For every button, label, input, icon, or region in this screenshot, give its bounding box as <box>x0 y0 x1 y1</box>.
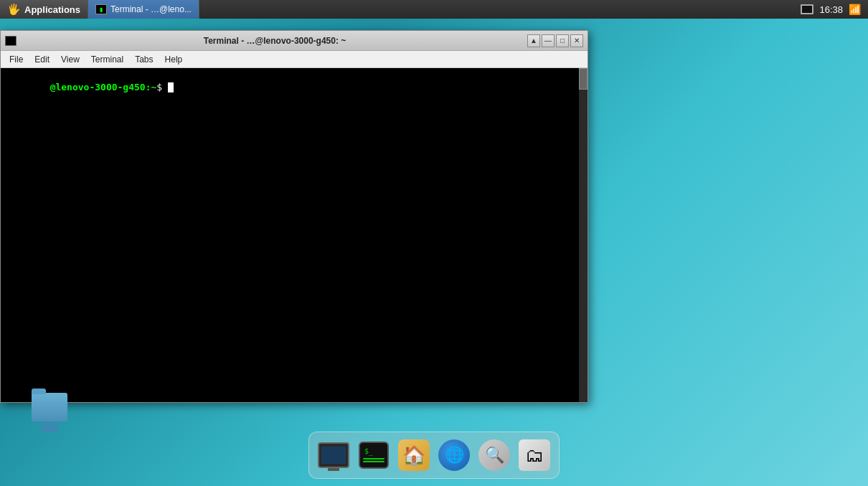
terminal-window-icon <box>5 36 16 46</box>
globe-icon: 🌐 <box>438 439 470 471</box>
titlebar-minimize-button[interactable]: — <box>542 34 555 47</box>
titlebar-raise-button[interactable]: ▲ <box>527 34 540 47</box>
dock-item-browser[interactable]: 🌐 <box>435 437 473 474</box>
prompt-path: :~ <box>146 82 157 92</box>
home-icon: 🏠 <box>398 439 430 471</box>
term-line-1 <box>363 458 385 459</box>
applications-menu-button[interactable]: 🖐 Applications <box>0 0 88 19</box>
terminal-output: @lenovo-3000-g450:~$ <box>1 68 579 402</box>
menu-terminal[interactable]: Terminal <box>85 53 129 66</box>
taskbar-right: 16:38 📶 <box>793 0 868 19</box>
titlebar-buttons: ▲ — □ ✕ <box>527 34 583 47</box>
menu-tabs[interactable]: Tabs <box>129 53 159 66</box>
terminal-titlebar: Terminal - …@lenovo-3000-g450: ~ ▲ — □ ✕ <box>1 31 588 51</box>
monitor-screen <box>321 447 346 464</box>
monitor-icon <box>318 442 349 468</box>
dock-item-terminal[interactable]: $_ <box>355 437 392 474</box>
time-display: 16:38 <box>819 4 843 15</box>
menu-edit[interactable]: Edit <box>29 53 55 66</box>
files-icon: 🗂 <box>519 439 550 471</box>
taskbar: 🖐 Applications ▮ Terminal - …@leno... 16… <box>0 0 868 19</box>
folder-label <box>41 423 59 432</box>
dock-item-home[interactable]: 🏠 <box>395 437 433 474</box>
dock-item-monitor[interactable] <box>315 437 352 474</box>
dock: $_ 🏠 🌐 🔍 🗂 <box>308 432 560 479</box>
dock-item-files[interactable]: 🗂 <box>516 437 553 474</box>
terminal-tab-label: Terminal - …@leno... <box>110 4 192 14</box>
scrollbar-thumb[interactable] <box>579 68 588 90</box>
terminal-taskbar-icon: ▮ <box>95 4 107 14</box>
terminal-taskbar-button[interactable]: ▮ Terminal - …@leno... <box>88 0 199 19</box>
house-icon: 🏠 <box>402 444 425 467</box>
terminal-prompt-icon: $_ <box>363 446 385 457</box>
display-icon <box>801 4 813 14</box>
menu-view[interactable]: View <box>55 53 85 66</box>
menu-help[interactable]: Help <box>159 53 189 66</box>
applications-label: Applications <box>24 4 80 15</box>
wifi-icon: 📶 <box>849 4 861 15</box>
term-line-2 <box>363 461 385 462</box>
search-magnifier-icon: 🔍 <box>478 439 510 471</box>
dock-item-search[interactable]: 🔍 <box>476 437 513 474</box>
titlebar-maximize-button[interactable]: □ <box>556 34 569 47</box>
terminal-cursor <box>168 82 174 92</box>
desktop-folder-icon[interactable] <box>32 393 67 432</box>
terminal-window: Terminal - …@lenovo-3000-g450: ~ ▲ — □ ✕… <box>0 30 588 403</box>
terminal-dock-icon: $_ <box>359 442 389 469</box>
terminal-content[interactable]: @lenovo-3000-g450:~$ <box>1 68 588 402</box>
terminal-scrollbar[interactable] <box>579 68 588 402</box>
menu-file[interactable]: File <box>4 53 29 66</box>
folder-image <box>32 393 67 421</box>
terminal-window-title: Terminal - …@lenovo-3000-g450: ~ <box>22 36 527 46</box>
titlebar-close-button[interactable]: ✕ <box>570 34 583 47</box>
folder-icon: 🗂 <box>525 444 544 467</box>
prompt-user: @lenovo-3000-g450 <box>50 82 146 92</box>
hand-icon: 🖐 <box>7 3 21 16</box>
prompt-symbol: $ <box>156 82 168 92</box>
desktop: Terminal - …@lenovo-3000-g450: ~ ▲ — □ ✕… <box>0 19 868 486</box>
terminal-menubar: File Edit View Terminal Tabs Help <box>1 51 588 68</box>
